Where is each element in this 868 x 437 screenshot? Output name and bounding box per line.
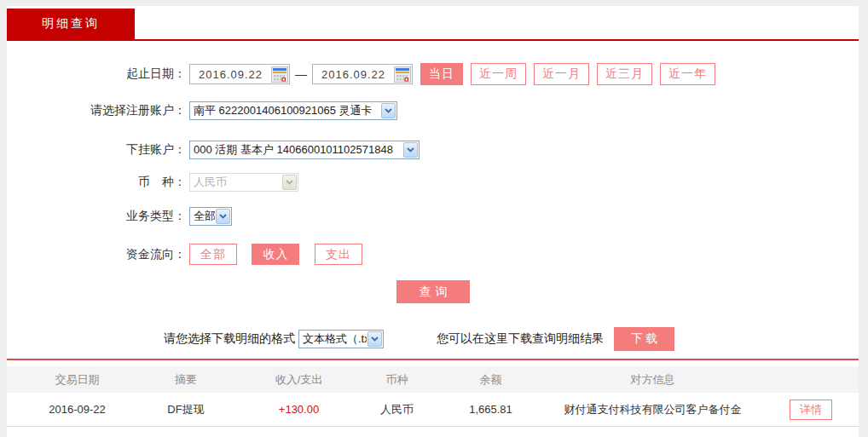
fund-flow-label: 资金流向：	[7, 247, 186, 262]
query-form: 起止日期： 2016.09.22 —	[7, 41, 859, 351]
content-panel: 明细查询 起止日期： 2016.09.22	[7, 6, 859, 437]
chevron-down-icon	[367, 331, 382, 347]
header-currency: 币种	[352, 372, 442, 388]
fund-flow-expense-button[interactable]: 支出	[315, 244, 362, 265]
quick-range-month-button[interactable]: 近一月	[534, 63, 589, 85]
quick-range-3month-button[interactable]: 近三月	[597, 63, 652, 85]
header-balance: 余额	[442, 372, 540, 388]
download-format-label: 请您选择下载明细的格式	[164, 331, 295, 347]
sub-account-label: 下挂账户：	[7, 142, 186, 158]
register-account-label: 请选择注册账户：	[7, 103, 186, 118]
form-row-business-type: 业务类型： 全部	[7, 207, 859, 226]
detail-button[interactable]: 详情	[790, 400, 832, 420]
chevron-down-icon	[403, 142, 418, 158]
table-top-divider	[7, 359, 859, 360]
chevron-down-icon	[381, 103, 396, 118]
sub-account-value: 000 活期 基本户 1406600101102571848	[194, 142, 402, 158]
cell-date: 2016-09-22	[28, 403, 126, 416]
form-row-query: 查询	[7, 280, 859, 303]
register-account-select[interactable]: 南平 6222001406100921065 灵通卡	[189, 101, 397, 120]
currency-select: 人民币	[189, 173, 298, 192]
quick-range-year-button[interactable]: 近一年	[660, 63, 715, 85]
table-header: 交易日期 摘要 收入/支出 币种 余额 对方信息	[7, 366, 859, 393]
fund-flow-income-button[interactable]: 收入	[252, 244, 299, 265]
download-hint: 您可以在这里下载查询明细结果	[437, 331, 604, 347]
currency-label: 币 种：	[7, 175, 186, 190]
cell-balance: 1,665.81	[442, 403, 540, 416]
header-summary: 摘要	[126, 372, 246, 388]
header-date: 交易日期	[28, 372, 126, 388]
quick-range-week-button[interactable]: 近一周	[471, 63, 526, 85]
cell-counterparty: 财付通支付科技有限公司客户备付金	[540, 402, 766, 417]
chevron-down-icon	[216, 209, 230, 224]
quick-range-today-button[interactable]: 当日	[420, 63, 463, 85]
business-type-label: 业务类型：	[7, 209, 186, 224]
download-format-select[interactable]: 文本格式（.txt）	[298, 330, 384, 348]
download-button[interactable]: 下载	[614, 327, 674, 351]
table-row: 2016-09-22 DF提现 +130.00 人民币 1,665.81 财付通…	[7, 393, 859, 427]
start-date-input[interactable]: 2016.09.22	[189, 64, 290, 84]
fund-flow-all-button[interactable]: 全部	[189, 244, 237, 265]
download-row: 请您选择下载明细的格式 文本格式（.txt） 您可以在这里下载查询明细结果 下载	[7, 327, 859, 351]
header-counterparty: 对方信息	[540, 372, 766, 388]
form-row-register-account: 请选择注册账户： 南平 6222001406100921065 灵通卡	[7, 101, 859, 120]
form-row-date-range: 起止日期： 2016.09.22 —	[7, 63, 859, 85]
cell-amount: +130.00	[246, 403, 352, 416]
cell-summary: DF提现	[126, 402, 246, 417]
date-range-label: 起止日期：	[7, 66, 186, 82]
register-account-value: 南平 6222001406100921065 灵通卡	[194, 103, 380, 118]
tab-detail-query[interactable]: 明细查询	[7, 9, 135, 39]
query-button[interactable]: 查询	[396, 280, 470, 303]
end-date-input[interactable]: 2016.09.22	[312, 64, 413, 84]
date-separator: —	[295, 67, 307, 81]
sub-account-select[interactable]: 000 活期 基本户 1406600101102571848	[189, 141, 420, 159]
download-format-value: 文本格式（.txt）	[303, 331, 367, 347]
form-row-fund-flow: 资金流向： 全部 收入 支出	[7, 244, 859, 265]
form-row-currency: 币 种： 人民币	[7, 173, 859, 192]
cell-currency: 人民币	[352, 402, 442, 417]
business-type-value: 全部	[194, 209, 215, 224]
tab-bar: 明细查询	[7, 6, 859, 41]
business-type-select[interactable]: 全部	[189, 207, 232, 226]
calendar-icon[interactable]	[271, 66, 288, 83]
form-row-sub-account: 下挂账户： 000 活期 基本户 1406600101102571848	[7, 141, 859, 159]
chevron-down-icon	[282, 175, 297, 190]
calendar-icon[interactable]	[394, 66, 411, 83]
fund-flow-options: 全部 收入 支出	[189, 244, 373, 265]
header-amount: 收入/支出	[246, 372, 352, 388]
currency-value: 人民币	[194, 175, 281, 190]
end-date-value: 2016.09.22	[313, 68, 394, 81]
start-date-value: 2016.09.22	[190, 68, 271, 81]
